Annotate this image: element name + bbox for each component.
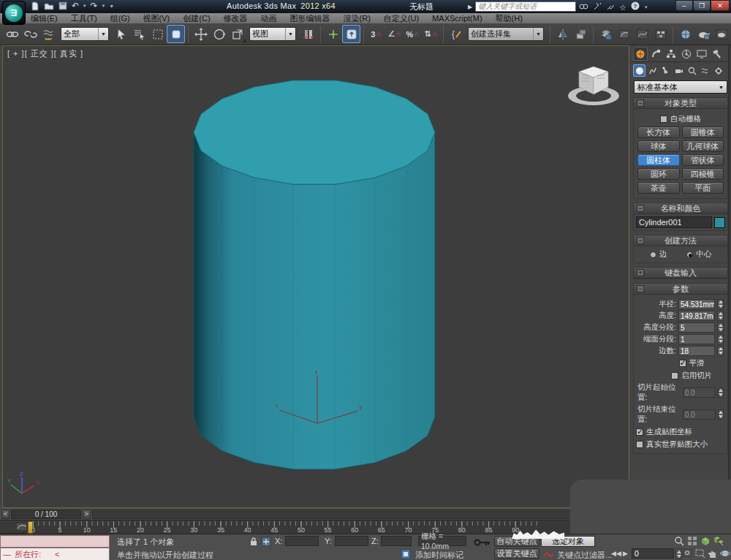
- percent-snap-toggle-icon[interactable]: %∩: [404, 25, 422, 43]
- x-coordinate-field[interactable]: [285, 536, 319, 546]
- subtab-helpers[interactable]: [686, 64, 698, 77]
- undo-dropdown[interactable]: ▾: [83, 3, 86, 9]
- zoom-extents-icon[interactable]: [700, 536, 711, 548]
- manage-layers-icon[interactable]: [596, 25, 615, 43]
- bind-to-space-warp-icon[interactable]: [39, 25, 58, 43]
- collapse-icon[interactable]: −: [637, 285, 644, 292]
- zoom-region-icon[interactable]: [695, 548, 705, 560]
- perspective-viewport[interactable]: [ + ][ 正交 ][ 真实 ]: [2, 45, 629, 508]
- next-frame-button[interactable]: >: [83, 510, 91, 519]
- viewport-label[interactable]: [ + ][ 正交 ][ 真实 ]: [7, 48, 83, 59]
- zoom-all-icon[interactable]: [687, 536, 698, 548]
- height-field[interactable]: 149.817m: [678, 311, 715, 321]
- zoom-icon[interactable]: [674, 536, 685, 548]
- select-and-move-icon[interactable]: [192, 25, 210, 43]
- select-and-scale-icon[interactable]: [228, 25, 246, 43]
- infocenter-expand-icon[interactable]: ▶: [468, 4, 472, 10]
- smooth-checkbox[interactable]: [679, 360, 686, 367]
- current-time-field[interactable]: 0: [632, 548, 674, 559]
- infocenter-search-input[interactable]: 键入关键字或短语: [475, 1, 576, 12]
- schematic-view-icon[interactable]: [651, 25, 670, 43]
- select-and-link-icon[interactable]: [3, 25, 21, 43]
- menu-item[interactable]: 组(G): [110, 13, 130, 24]
- reference-coordinate-dropdown[interactable]: 视图▼: [249, 27, 296, 41]
- maxscript-listener-input[interactable]: — 所在行: <: [0, 548, 110, 560]
- rendered-frame-window-icon[interactable]: [713, 25, 731, 43]
- select-object-icon[interactable]: [112, 25, 130, 43]
- tab-create[interactable]: [633, 47, 648, 61]
- object-color-swatch[interactable]: [714, 217, 725, 228]
- time-spinner[interactable]: [675, 548, 682, 559]
- object-type-button[interactable]: 平面: [682, 182, 724, 194]
- menu-item[interactable]: 编辑(E): [31, 13, 58, 24]
- object-type-button[interactable]: 圆柱体: [637, 154, 680, 166]
- subtab-cameras[interactable]: [673, 64, 685, 77]
- application-menu-button[interactable]: Ǝ: [2, 1, 26, 25]
- object-name-input[interactable]: Cylinder001: [636, 216, 712, 228]
- open-file-button[interactable]: [44, 1, 54, 10]
- menu-item[interactable]: 帮助(H): [496, 13, 523, 24]
- menu-item[interactable]: 视图(V): [143, 13, 170, 24]
- menu-item[interactable]: 修改器: [224, 13, 248, 24]
- orbit-icon[interactable]: [720, 548, 731, 560]
- object-type-button[interactable]: 管状体: [682, 154, 724, 166]
- redo-dropdown[interactable]: ▾: [102, 3, 105, 9]
- collapse-icon[interactable]: −: [637, 99, 644, 107]
- subtab-shapes[interactable]: [646, 64, 659, 77]
- object-type-button[interactable]: 圆环: [637, 168, 680, 180]
- curve-editor-icon[interactable]: [633, 25, 651, 43]
- pan-hand-icon[interactable]: [708, 548, 718, 560]
- height-spinner[interactable]: [717, 311, 724, 321]
- menu-item[interactable]: 动画: [261, 13, 277, 24]
- new-file-button[interactable]: [31, 1, 39, 11]
- favorites-star-icon[interactable]: ☆: [619, 3, 626, 12]
- autogrid-checkbox[interactable]: [660, 116, 667, 123]
- snap-toggle-3d-icon[interactable]: 3∩: [367, 25, 385, 43]
- selection-lock-icon[interactable]: [249, 537, 258, 548]
- menu-item[interactable]: 图形编辑器: [290, 13, 330, 24]
- selection-filter-dropdown[interactable]: 全部▼: [61, 27, 109, 41]
- select-and-manipulate-icon[interactable]: [324, 25, 342, 43]
- slice-to-spinner[interactable]: [718, 409, 724, 420]
- select-and-rotate-icon[interactable]: [210, 25, 228, 43]
- tab-hierarchy[interactable]: [664, 47, 678, 61]
- slice-on-checkbox[interactable]: [671, 372, 678, 379]
- mapping-coords-checkbox[interactable]: [636, 428, 643, 436]
- keyboard-shortcut-override-icon[interactable]: [342, 25, 360, 43]
- save-file-button[interactable]: [58, 1, 67, 10]
- maxscript-listener-line[interactable]: [0, 535, 110, 548]
- object-type-button[interactable]: 几何球体: [682, 140, 724, 152]
- time-tag-icon[interactable]: [401, 549, 411, 560]
- next-key-button[interactable]: ▶: [623, 550, 628, 557]
- align-icon[interactable]: [572, 25, 590, 43]
- height-segments-spinner[interactable]: [717, 322, 724, 333]
- close-button[interactable]: ✕: [711, 0, 730, 11]
- radius-field[interactable]: 54.531mm: [678, 299, 715, 309]
- unlink-selection-icon[interactable]: [21, 25, 39, 43]
- spinner-snap-toggle-icon[interactable]: ⇅∩: [422, 25, 440, 43]
- material-editor-icon[interactable]: [676, 25, 694, 43]
- timeline-ruler[interactable]: 051015202530354045505560657075808590: [26, 521, 579, 534]
- subtab-systems[interactable]: [712, 64, 724, 77]
- menu-item[interactable]: 创建(C): [183, 13, 210, 24]
- qat-options-dropdown[interactable]: ▼: [109, 4, 114, 9]
- key-filters-button[interactable]: 关键点过滤器...: [557, 550, 612, 560]
- help-dropdown[interactable]: ▾: [645, 4, 648, 10]
- tab-modify[interactable]: [648, 47, 663, 61]
- set-keys-icon[interactable]: [542, 549, 554, 560]
- cap-segments-field[interactable]: 1: [678, 334, 715, 344]
- object-type-button[interactable]: 四棱锥: [682, 168, 724, 180]
- center-radio[interactable]: [686, 251, 693, 258]
- edge-radio[interactable]: [650, 251, 656, 258]
- slice-from-spinner[interactable]: [718, 387, 724, 398]
- help-icon[interactable]: ?: [631, 1, 640, 14]
- menu-item[interactable]: MAXScript(M): [432, 14, 482, 23]
- viewcube[interactable]: [564, 62, 623, 109]
- y-coordinate-field[interactable]: [335, 536, 368, 546]
- time-slider-handle[interactable]: [28, 521, 33, 534]
- render-setup-icon[interactable]: [694, 25, 713, 43]
- sides-spinner[interactable]: [717, 346, 724, 356]
- tab-motion[interactable]: [679, 47, 694, 61]
- object-type-button[interactable]: 圆锥体: [682, 126, 724, 138]
- redo-button[interactable]: ↷: [91, 1, 98, 11]
